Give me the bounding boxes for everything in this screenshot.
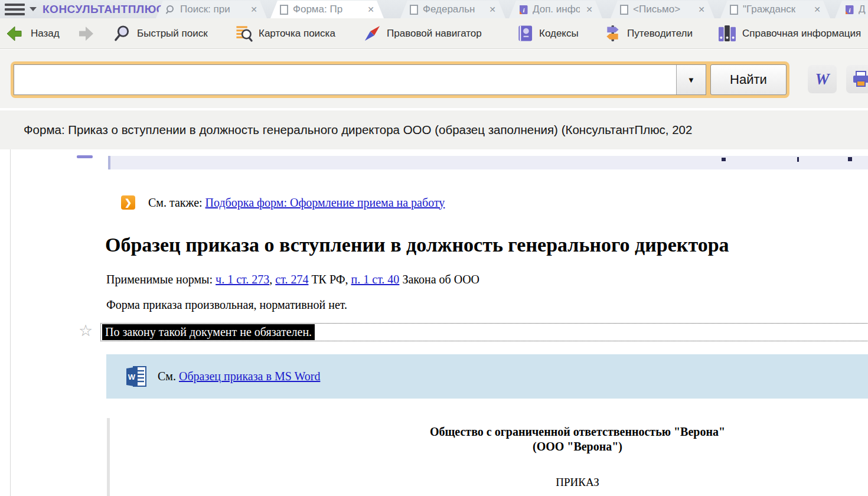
highlighted-text: По закону такой документ не обязателен. xyxy=(102,324,315,340)
menu-caret-icon xyxy=(30,7,37,11)
see-also-link[interactable]: Подборка форм: Оформление приема на рабо… xyxy=(205,196,445,209)
search-icon xyxy=(165,5,175,15)
search-card-icon xyxy=(235,25,253,42)
organization-name-line: Общество с ограниченной ответственностью… xyxy=(110,425,868,439)
close-icon[interactable]: ✕ xyxy=(692,5,705,14)
close-icon[interactable]: ✕ xyxy=(483,5,496,14)
guides-signpost-icon xyxy=(604,25,621,42)
order-form-text: Общество с ограниченной ответственностью… xyxy=(110,425,868,489)
tab-label: Форма: Пр xyxy=(293,4,342,15)
document-icon xyxy=(410,5,418,15)
consultantplus-window: КОНСУЛЬТАНТПЛЮС Поиск: при ✕ Форма: Пр ✕… xyxy=(0,0,868,496)
tab-letter[interactable]: <Письмо> ✕ xyxy=(611,1,714,18)
document-icon xyxy=(280,5,288,15)
highlight-left-edge xyxy=(108,156,110,169)
word-letter-icon: W xyxy=(815,70,829,89)
tab-civil-code[interactable]: "Гражданск ✕ xyxy=(720,1,830,18)
search-row: ▼ Найти W xyxy=(0,50,868,108)
quick-search-button[interactable]: Быстрый поиск xyxy=(114,18,208,48)
see-also-text: См. также: Подборка форм: Оформление при… xyxy=(148,196,445,210)
free-form-line: Форма приказа произвольная, нормативной … xyxy=(106,298,347,312)
ms-word-icon[interactable]: W xyxy=(125,365,148,389)
document-content: ❯ См. также: Подборка форм: Оформление п… xyxy=(0,149,868,496)
document-title: Форма: Приказ о вступлении в должность г… xyxy=(0,123,692,137)
document-icon xyxy=(730,5,738,15)
tab-label: "Гражданск xyxy=(743,4,795,15)
organization-short-name-line: (ООО "Верона") xyxy=(110,439,868,454)
back-arrow-icon xyxy=(6,25,25,42)
search-input[interactable] xyxy=(14,65,676,94)
back-label: Назад xyxy=(31,28,60,40)
scroll-artifact xyxy=(722,158,726,161)
legal-navigator-icon xyxy=(364,25,381,42)
document-title-bar: Форма: Приказ о вступлении в должность г… xyxy=(0,110,868,149)
scroll-artifact xyxy=(797,157,799,162)
search-dropdown-button[interactable]: ▼ xyxy=(676,65,706,94)
norm-link-st-40[interactable]: п. 1 ст. 40 xyxy=(351,273,400,286)
close-icon[interactable]: ✕ xyxy=(361,5,374,14)
codes-button[interactable]: Кодексы xyxy=(517,18,579,48)
word-info-box: W См. Образец приказа в MS Word xyxy=(106,354,868,399)
order-title: ПРИКАЗ xyxy=(110,476,868,489)
tab-partial[interactable]: i Д xyxy=(835,1,868,18)
guides-button[interactable]: Путеводители xyxy=(604,18,693,48)
info-icon: i xyxy=(518,5,528,15)
search-box: ▼ Найти xyxy=(11,61,789,98)
partial-highlight-row xyxy=(108,156,868,169)
main-toolbar: Назад Быстрый поиск Карточка поиска Прав… xyxy=(0,18,868,49)
tab-label: <Письмо> xyxy=(633,4,680,15)
reference-binders-icon xyxy=(718,25,736,42)
applicable-norms-line: Применимые нормы: ч. 1 ст. 273, ст. 274 … xyxy=(106,273,479,286)
norm-link-st-273[interactable]: ч. 1 ст. 273 xyxy=(216,273,269,286)
tab-label: Д xyxy=(859,4,866,15)
hamburger-icon xyxy=(5,4,25,15)
tab-label: Федеральн xyxy=(423,4,475,15)
codes-book-icon xyxy=(517,25,533,42)
tab-label: Доп. инфор xyxy=(533,4,580,15)
forward-arrow-icon xyxy=(76,25,94,42)
main-menu-button[interactable] xyxy=(5,4,37,15)
see-also-row: ❯ См. также: Подборка форм: Оформление п… xyxy=(121,195,445,210)
bookmark-star-icon[interactable]: ☆ xyxy=(79,322,93,338)
quick-search-icon xyxy=(114,25,131,42)
tab-form-document[interactable]: Форма: Пр ✕ xyxy=(270,1,384,18)
info-icon: i xyxy=(844,5,854,15)
selected-paragraph-box: По закону такой документ не обязателен. xyxy=(100,323,868,341)
tab-additional-info[interactable]: i Доп. инфор ✕ xyxy=(509,1,602,18)
partial-icon-artifact xyxy=(77,155,93,158)
scroll-artifact xyxy=(848,157,852,161)
norm-link-st-274[interactable]: ст. 274 xyxy=(275,273,308,286)
gutter-divider xyxy=(10,149,11,496)
back-button[interactable]: Назад xyxy=(6,18,60,48)
word-box-text: См. Образец приказа в MS Word xyxy=(158,370,320,383)
svg-text:W: W xyxy=(128,373,136,381)
app-logo: КОНСУЛЬТАНТПЛЮС xyxy=(43,3,165,16)
tab-federal-law[interactable]: Федеральн ✕ xyxy=(400,1,505,18)
search-card-button[interactable]: Карточка поиска xyxy=(235,18,335,48)
forward-button[interactable] xyxy=(76,18,94,48)
logo-area: КОНСУЛЬТАНТПЛЮС xyxy=(0,0,152,18)
close-icon[interactable]: ✕ xyxy=(580,5,593,14)
legal-navigator-button[interactable]: Правовой навигатор xyxy=(364,18,482,48)
export-word-button[interactable]: W xyxy=(808,65,837,93)
reference-info-button[interactable]: Справочная информация xyxy=(718,18,861,48)
tab-bar: КОНСУЛЬТАНТПЛЮС Поиск: при ✕ Форма: Пр ✕… xyxy=(0,0,868,18)
chevron-down-icon: ▼ xyxy=(687,76,695,84)
close-icon[interactable]: ✕ xyxy=(808,5,821,14)
see-also-arrow-icon: ❯ xyxy=(121,195,135,210)
document-heading: Образец приказа о вступлении в должность… xyxy=(105,234,729,256)
tab-quick-search-results[interactable]: Поиск: при ✕ xyxy=(156,1,267,18)
close-icon[interactable]: ✕ xyxy=(244,5,257,14)
document-icon xyxy=(620,5,628,15)
find-button[interactable]: Найти xyxy=(710,64,787,95)
print-button[interactable] xyxy=(846,65,868,93)
tab-label: Поиск: при xyxy=(180,4,230,15)
word-sample-link[interactable]: Образец приказа в MS Word xyxy=(179,370,320,383)
printer-icon xyxy=(852,71,868,87)
